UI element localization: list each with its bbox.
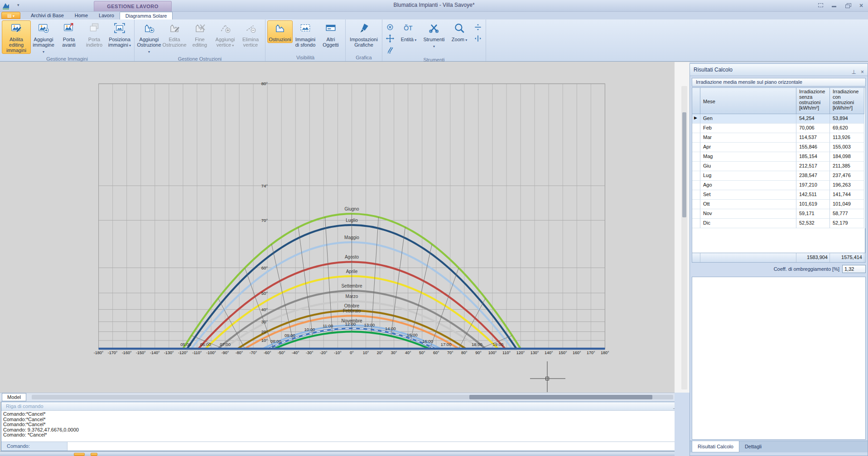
fine-editing-button[interactable]: Fine editing: [187, 20, 212, 48]
edita-ostruzione-button[interactable]: Edita Ostruzione: [162, 20, 187, 48]
tab-archivi-di-base[interactable]: Archivi di Base: [25, 12, 69, 19]
quick-access-caret[interactable]: ▾: [17, 3, 19, 7]
aggiungi-ostruzione-button[interactable]: Aggiungi Ostruzione ▾: [136, 20, 162, 56]
status-chip: [91, 453, 97, 456]
command-input[interactable]: [68, 442, 686, 451]
chevron-down-icon: ▾: [148, 50, 150, 54]
button-label: Porta avanti: [57, 37, 81, 48]
totals-row: 1583,9041575,414: [692, 253, 865, 262]
panel-tab-dettagli[interactable]: Dettagli: [739, 441, 767, 452]
button-label: Aggiungi Ostruzione ▾: [137, 37, 161, 55]
ribbon-group-gestione-ostruzioni: Aggiungi Ostruzione ▾Edita OstruzioneFin…: [135, 19, 265, 61]
table-row-nov[interactable]: Nov59,17158,777: [692, 209, 865, 219]
hour-label: 13:00: [364, 322, 375, 327]
month-label-maggio: Maggio: [344, 235, 359, 240]
cell-mese: Set: [700, 190, 796, 200]
svg-text:-150°: -150°: [136, 350, 146, 355]
graphic-settings-icon: [358, 22, 370, 36]
table-row-mag[interactable]: Mag185,154184,098: [692, 152, 865, 162]
hour-label: 08:00: [270, 339, 281, 344]
ribbon-tabs: Archivi di BaseHomeLavoroDiagramma Solar…: [25, 12, 173, 19]
table-row-ott[interactable]: Ott101,619101,049: [692, 200, 865, 209]
button-label: Entità ▾: [401, 37, 416, 43]
minimize-button[interactable]: [830, 2, 838, 8]
pin-icon[interactable]: ⊥: [852, 66, 856, 78]
cell-senza: 101,619: [796, 200, 830, 209]
tab-home[interactable]: Home: [69, 12, 93, 19]
table-row-feb[interactable]: Feb70,00669,620: [692, 124, 865, 133]
move-icon[interactable]: [385, 34, 395, 43]
svg-text:80°: 80°: [461, 350, 468, 355]
strumenti-button[interactable]: Strumenti ▾: [421, 20, 447, 50]
table-row-giu[interactable]: Giu212,517211,385: [692, 162, 865, 171]
coeff-label: Coeff. di ombreggiamento [%]: [774, 266, 839, 272]
add-vertex-icon: [219, 22, 231, 36]
drawing-canvas[interactable]: -180°-170°-160°-150°-140°-130°-120°-110°…: [0, 62, 675, 393]
hour-label: 12:00: [345, 322, 356, 326]
close-button[interactable]: ×: [857, 2, 865, 8]
svg-text:50°: 50°: [261, 291, 268, 296]
porta-indietro-button[interactable]: Porta indietro: [82, 20, 107, 48]
cell-con: 101,049: [830, 200, 864, 209]
entit-button[interactable]: ÕTEntità ▾: [396, 20, 421, 44]
restore-button[interactable]: [844, 2, 852, 8]
posiziona-immagini-button[interactable]: Posiziona immagini ▾: [107, 20, 132, 49]
porta-avanti-button[interactable]: Porta avanti: [56, 20, 82, 48]
table-row-set[interactable]: Set142,511141,744: [692, 190, 865, 200]
table-row-dic[interactable]: Dic52,53252,179: [692, 219, 865, 228]
button-label: Aggiungi immagine ▾: [32, 37, 55, 55]
cell-senza: 185,154: [796, 152, 830, 162]
chevron-down-icon: ▾: [414, 38, 416, 42]
svg-text:40°: 40°: [261, 307, 268, 312]
total-con: 1575,414: [830, 253, 864, 262]
canvas-horizontal-scrollbar-thumb[interactable]: [469, 395, 652, 399]
aggiungi-vertice-button[interactable]: Aggiungi vertice ▾: [212, 20, 238, 49]
impostazioni-grafiche-button[interactable]: Impostazioni Grafiche: [347, 20, 380, 48]
model-tab[interactable]: Model: [2, 393, 26, 401]
table-row-ago[interactable]: Ago197,210196,263: [692, 181, 865, 190]
immagini-di-sfondo-button[interactable]: Immagini di sfondo: [293, 20, 318, 48]
tab-lavoro[interactable]: Lavoro: [93, 12, 120, 19]
aggiungi-immagine-button[interactable]: Aggiungi immagine ▾: [31, 20, 56, 56]
table-row-lug[interactable]: Lug238,547237,476: [692, 171, 865, 181]
column-header-mese[interactable]: Mese: [700, 88, 796, 114]
svg-text:90°: 90°: [475, 350, 482, 355]
svg-text:74°: 74°: [261, 183, 268, 188]
hour-line-13: [371, 217, 379, 332]
tab-diagramma-solare[interactable]: Diagramma Solare: [120, 12, 173, 19]
column-header-senza[interactable]: Irradiazione senza ostruzioni [kWh/m²]: [796, 88, 830, 114]
svg-text:ÕT: ÕT: [404, 24, 413, 32]
svg-text:110°: 110°: [502, 350, 511, 355]
ostruzioni-button[interactable]: Ostruzioni: [267, 20, 293, 43]
row-indicator: [692, 143, 700, 152]
command-panel: Riga di comando ⊥ × Comando:*Cancel*Coma…: [1, 402, 687, 451]
svg-text:50°: 50°: [419, 350, 425, 355]
altri-oggetti-button[interactable]: Altri Oggetti: [318, 20, 343, 48]
close-icon[interactable]: ×: [861, 66, 864, 78]
svg-text:170°: 170°: [587, 350, 595, 355]
button-label: Edita Ostruzione: [162, 37, 186, 48]
split-h-icon[interactable]: [473, 22, 483, 32]
abilita-editing-immagini-button[interactable]: Abilita editing immagini: [2, 20, 31, 54]
hatch-icon[interactable]: [385, 45, 395, 55]
panel-tab-risultati-calcolo[interactable]: Risultati Calcolo: [692, 441, 739, 452]
table-row-apr[interactable]: Apr155,846155,003: [692, 143, 865, 152]
zoom-button[interactable]: Zoom ▾: [447, 20, 472, 44]
svg-text:150°: 150°: [559, 350, 567, 355]
column-header-con[interactable]: Irradiazione con ostruzioni [kWh/m²]: [830, 88, 864, 114]
row-indicator: [692, 162, 700, 171]
elimina-vertice-button[interactable]: Elimina vertice: [238, 20, 263, 48]
fit-window-button[interactable]: [816, 2, 825, 8]
hour-label: 14:00: [385, 326, 396, 331]
table-row-gen[interactable]: ▶Gen54,25453,894: [692, 114, 865, 124]
row-indicator: [692, 209, 700, 219]
canvas-vertical-scrollbar-thumb[interactable]: [682, 112, 686, 217]
svg-text:60°: 60°: [433, 350, 439, 355]
cell-mese: Ott: [700, 200, 796, 209]
split-v-icon[interactable]: [473, 34, 483, 43]
circle-x-icon[interactable]: [385, 22, 395, 32]
ribbon-group-grafica: Impostazioni GraficheGrafica: [346, 19, 382, 61]
background-images-icon: [299, 22, 311, 36]
file-menu-button[interactable]: ▤ ▾: [1, 12, 20, 19]
table-row-mar[interactable]: Mar114,537113,926: [692, 133, 865, 143]
